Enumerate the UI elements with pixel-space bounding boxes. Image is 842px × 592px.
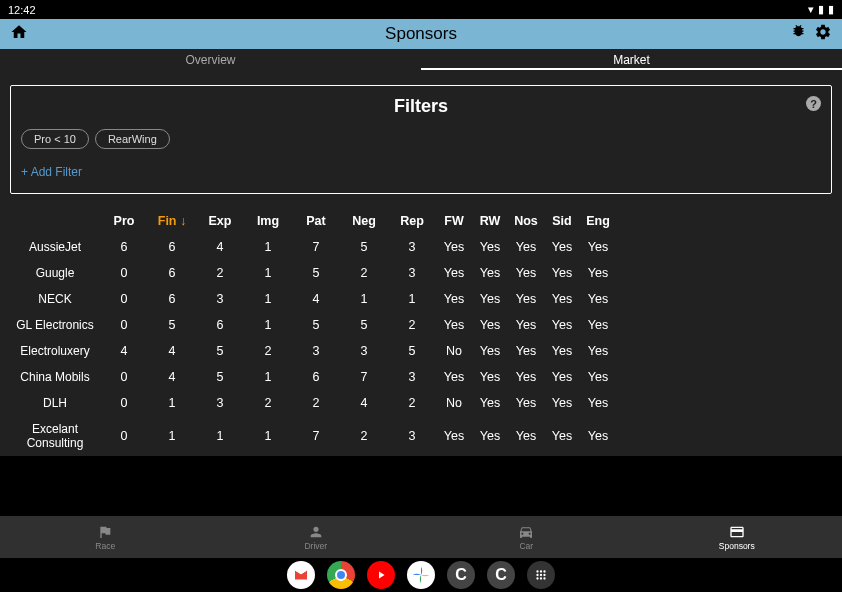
sponsors-table: Pro Fin ↓ Exp Img Pat Neg Rep FW RW Nos … [10,208,616,456]
nav-car[interactable]: Car [421,516,632,558]
nav-sponsors[interactable]: Sponsors [632,516,843,558]
cell-value: Yes [472,416,508,456]
cell-value: 2 [244,338,292,364]
sponsor-name: Guugle [10,260,100,286]
cell-value: 2 [340,260,388,286]
car-icon [518,524,534,540]
svg-point-0 [536,570,538,572]
table-header-row: Pro Fin ↓ Exp Img Pat Neg Rep FW RW Nos … [10,208,616,234]
cell-value: Yes [508,416,544,456]
filters-title: Filters [21,96,821,117]
cell-value: Yes [508,390,544,416]
table-row[interactable]: Excelant Consulting0111723YesYesYesYesYe… [10,416,616,456]
col-exp[interactable]: Exp [196,208,244,234]
table-row[interactable]: Electroluxery4452335NoYesYesYesYes [10,338,616,364]
cell-value: 5 [340,312,388,338]
cell-value: 1 [244,312,292,338]
cell-value: Yes [436,416,472,456]
chrome-icon[interactable] [327,561,355,589]
cell-value: 3 [196,286,244,312]
col-nos[interactable]: Nos [508,208,544,234]
cell-value: 4 [100,338,148,364]
cell-value: 3 [388,416,436,456]
cell-value: 4 [196,234,244,260]
cell-value: Yes [472,260,508,286]
cell-value: Yes [436,286,472,312]
cell-value: 1 [388,286,436,312]
flag-icon [97,524,113,540]
app-icon-1[interactable]: C [447,561,475,589]
sort-arrow-down-icon: ↓ [180,214,186,228]
nav-race[interactable]: Race [0,516,211,558]
svg-point-8 [543,577,545,579]
table-row[interactable]: Guugle0621523YesYesYesYesYes [10,260,616,286]
wifi-icon: ▾ [808,3,814,16]
col-fw[interactable]: FW [436,208,472,234]
cell-value: 5 [196,364,244,390]
sponsor-name: Electroluxery [10,338,100,364]
photos-icon[interactable] [407,561,435,589]
cell-value: 6 [100,234,148,260]
cell-value: Yes [580,364,616,390]
sponsor-name: AussieJet [10,234,100,260]
table-row[interactable]: DLH0132242NoYesYesYesYes [10,390,616,416]
cell-value: 5 [340,234,388,260]
col-rep[interactable]: Rep [388,208,436,234]
col-sid[interactable]: Sid [544,208,580,234]
gmail-icon[interactable] [287,561,315,589]
table-row[interactable]: GL Electronics0561552YesYesYesYesYes [10,312,616,338]
home-icon[interactable] [10,23,28,45]
cell-value: Yes [436,312,472,338]
cell-value: 3 [388,364,436,390]
cell-value: 1 [244,260,292,286]
svg-point-6 [536,577,538,579]
cell-value: Yes [472,312,508,338]
tab-overview[interactable]: Overview [0,49,421,70]
cell-value: Yes [580,416,616,456]
col-neg[interactable]: Neg [340,208,388,234]
col-img[interactable]: Img [244,208,292,234]
col-rw[interactable]: RW [472,208,508,234]
cell-value: Yes [544,364,580,390]
help-icon[interactable]: ? [806,96,821,111]
cell-value: 6 [148,286,196,312]
cell-value: Yes [544,312,580,338]
col-pat[interactable]: Pat [292,208,340,234]
table-row[interactable]: NECK0631411YesYesYesYesYes [10,286,616,312]
status-bar: 12:42 ▾ ▮ ▮ [0,0,842,19]
filter-chip-rearwing[interactable]: RearWing [95,129,170,149]
cell-value: Yes [544,260,580,286]
cell-value: 2 [292,390,340,416]
cell-value: 3 [388,234,436,260]
col-eng[interactable]: Eng [580,208,616,234]
svg-point-3 [536,574,538,576]
app-icon-2[interactable]: C [487,561,515,589]
tab-market[interactable]: Market [421,49,842,70]
table-row[interactable]: China Mobils0451673YesYesYesYesYes [10,364,616,390]
nav-driver[interactable]: Driver [211,516,422,558]
bug-icon[interactable] [791,23,806,45]
android-dock: C C [0,558,842,592]
app-drawer-icon[interactable] [527,561,555,589]
col-pro[interactable]: Pro [100,208,148,234]
col-fin[interactable]: Fin ↓ [148,208,196,234]
status-time: 12:42 [8,4,36,16]
cell-value: 2 [340,416,388,456]
cell-value: 6 [148,234,196,260]
cell-value: Yes [580,312,616,338]
svg-point-2 [543,570,545,572]
cell-value: 3 [292,338,340,364]
cell-value: 5 [148,312,196,338]
cell-value: Yes [472,286,508,312]
add-filter-button[interactable]: + Add Filter [21,165,821,179]
cell-value: 5 [388,338,436,364]
cell-value: Yes [580,260,616,286]
cell-value: 0 [100,364,148,390]
cell-value: Yes [508,364,544,390]
filter-chip-pro[interactable]: Pro < 10 [21,129,89,149]
cell-value: 3 [196,390,244,416]
settings-icon[interactable] [814,23,832,45]
cell-value: 1 [340,286,388,312]
youtube-icon[interactable] [367,561,395,589]
table-row[interactable]: AussieJet6641753YesYesYesYesYes [10,234,616,260]
